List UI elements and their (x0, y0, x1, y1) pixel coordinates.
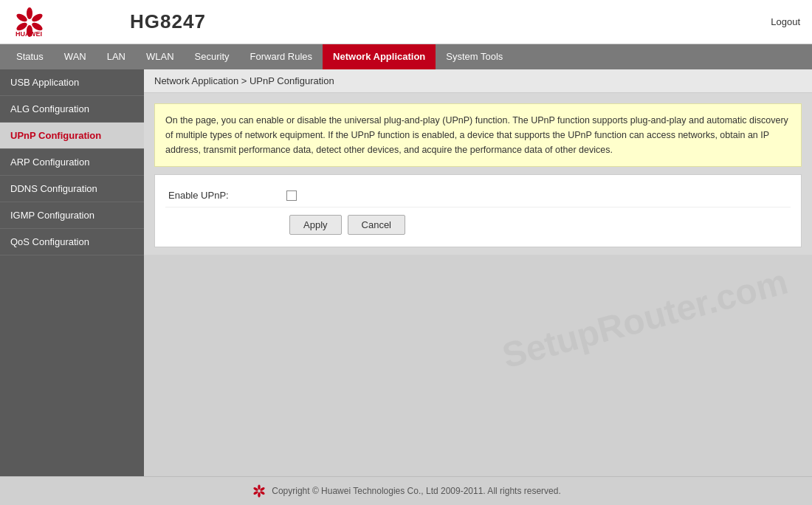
enable-upnp-label: Enable UPnP: (168, 190, 286, 201)
content-wrapper: Network Application > UPnP Configuration… (144, 69, 812, 476)
header: HUAWEI HG8247 Logout (0, 0, 812, 44)
content: Network Application > UPnP Configuration… (144, 69, 812, 255)
device-title: HG8247 (130, 10, 206, 33)
svg-point-8 (260, 487, 266, 491)
nav-status[interactable]: Status (6, 44, 54, 69)
sidebar-item-alg-configuration[interactable]: ALG Configuration (0, 96, 144, 123)
nav-security[interactable]: Security (185, 44, 240, 69)
sidebar-item-arp-configuration[interactable]: ARP Configuration (0, 149, 144, 176)
nav-forward-rules[interactable]: Forward Rules (240, 44, 323, 69)
sidebar-item-upnp-configuration[interactable]: UPnP Configuration (0, 123, 144, 149)
navbar: Status WAN LAN WLAN Security Forward Rul… (0, 44, 812, 69)
svg-text:HUAWEI: HUAWEI (16, 30, 42, 38)
nav-network-application[interactable]: Network Application (323, 44, 436, 69)
nav-system-tools[interactable]: System Tools (436, 44, 513, 69)
svg-point-10 (258, 492, 261, 498)
enable-upnp-control (286, 190, 297, 201)
sidebar-item-usb-application[interactable]: USB Application (0, 69, 144, 96)
enable-upnp-row: Enable UPnP: (165, 184, 791, 207)
cancel-button[interactable]: Cancel (348, 215, 405, 235)
sidebar-item-igmp-configuration[interactable]: IGMP Configuration (0, 202, 144, 229)
nav-lan[interactable]: LAN (97, 44, 136, 69)
nav-wlan[interactable]: WLAN (136, 44, 185, 69)
svg-point-12 (253, 487, 259, 491)
svg-point-5 (16, 12, 29, 23)
footer-copyright: Copyright © Huawei Technologies Co., Ltd… (272, 486, 561, 496)
apply-button[interactable]: Apply (289, 215, 342, 235)
sidebar: USB Application ALG Configuration UPnP C… (0, 69, 144, 476)
logo-area: HUAWEI (12, 7, 130, 38)
info-box: On the page, you can enable or disable t… (154, 103, 802, 167)
huawei-logo: HUAWEI (12, 7, 47, 38)
svg-point-0 (27, 7, 32, 19)
logout-button[interactable]: Logout (771, 16, 800, 27)
sidebar-item-ddns-configuration[interactable]: DDNS Configuration (0, 176, 144, 202)
breadcrumb: Network Application > UPnP Configuration (144, 69, 812, 93)
svg-point-7 (258, 484, 261, 489)
watermark: SetupRouter.com (498, 261, 792, 377)
svg-point-9 (260, 490, 266, 495)
svg-point-11 (253, 490, 259, 495)
buttons-row: Apply Cancel (165, 207, 791, 238)
nav-wan[interactable]: WAN (54, 44, 97, 69)
footer-huawei-logo (251, 484, 267, 498)
enable-upnp-checkbox[interactable] (286, 190, 297, 201)
form-section: Enable UPnP: Apply Cancel (154, 174, 802, 247)
main-layout: USB Application ALG Configuration UPnP C… (0, 69, 812, 476)
footer: Copyright © Huawei Technologies Co., Ltd… (0, 476, 812, 505)
svg-point-1 (30, 12, 44, 23)
sidebar-item-qos-configuration[interactable]: QoS Configuration (0, 229, 144, 255)
